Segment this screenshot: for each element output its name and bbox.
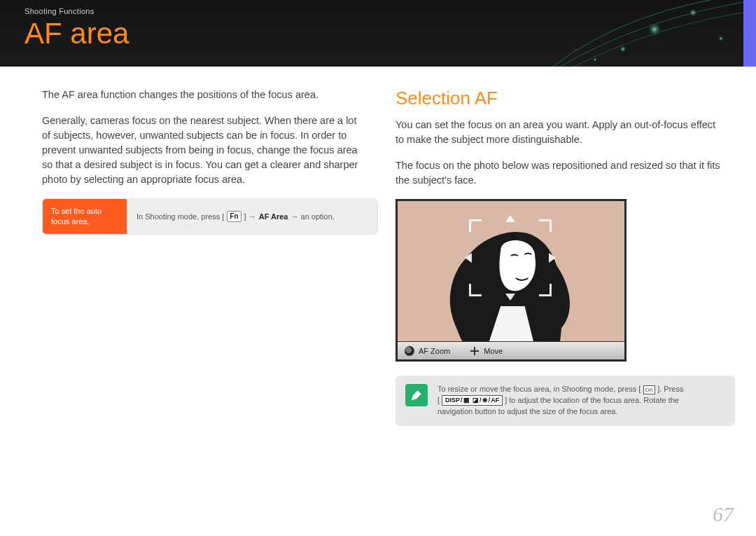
frame-corner-tl: [469, 219, 482, 232]
ev-icon: ◪: [472, 396, 479, 405]
af-focus-frame[interactable]: [469, 219, 552, 296]
section-title: Selection AF: [396, 88, 721, 109]
frame-corner-br: [539, 284, 552, 296]
preview-status-bar: AF Zoom Move: [398, 341, 624, 359]
instr-mid: ] →: [244, 212, 256, 221]
chapter-tab[interactable]: [743, 0, 756, 67]
af-label: AF: [491, 396, 499, 405]
arrow-up-icon: [505, 215, 515, 222]
arrow-left-icon: [465, 253, 472, 263]
svg-point-4: [593, 57, 597, 62]
af-zoom-label: AF Zoom: [419, 347, 450, 355]
camera-preview: AF Zoom Move: [396, 199, 626, 362]
dpad-icon: [470, 346, 479, 356]
move-label: Move: [484, 347, 503, 355]
note-l1-pre: To resize or move the focus area, in Sho…: [438, 385, 640, 393]
page-number: 67: [713, 502, 734, 526]
tip-text: To resize or move the focus area, in Sho…: [438, 384, 683, 418]
frame-corner-bl: [469, 284, 482, 296]
instr-pre: In Shooting mode, press [: [136, 212, 224, 221]
svg-point-2: [620, 46, 626, 53]
svg-point-3: [718, 36, 724, 41]
intro-paragraph-2: Generally, cameras focus on the nearest …: [42, 114, 368, 187]
fn-key: Fn: [227, 211, 241, 222]
ok-button-icon: OK: [643, 385, 656, 394]
move-indicator: Move: [470, 346, 503, 356]
content-columns: The AF area function changes the positio…: [0, 67, 756, 426]
dial-icon: [405, 346, 414, 356]
tip-box: To resize or move the focus area, in Sho…: [396, 376, 735, 426]
macro-icon: ❀: [482, 396, 488, 405]
disp-label: DISP: [445, 396, 460, 405]
arrow-right-icon: [549, 253, 556, 263]
instruction-body: In Shooting mode, press [ Fn ] → AF Area…: [127, 199, 377, 234]
intro-paragraph-1: The AF area function changes the positio…: [42, 88, 368, 102]
frame-corner-tr: [539, 219, 552, 232]
note-l3: navigation button to adjust the size of …: [438, 406, 683, 418]
af-zoom-indicator: AF Zoom: [405, 346, 450, 356]
page-header: Shooting Functions AF area: [0, 0, 756, 67]
disp-buttons-badge: DISP / ▦ ◪ / ❀ / AF: [442, 395, 503, 406]
preview-image: [398, 201, 624, 341]
arrow-down-icon: [505, 294, 515, 301]
instr-post: → an option.: [290, 212, 334, 221]
pen-icon: [405, 384, 428, 406]
note-l1-post: ]. Press: [657, 385, 683, 393]
note-l2-tail: to adjust the location of the focus area…: [509, 395, 679, 406]
svg-point-1: [689, 8, 697, 17]
svg-point-0: [648, 22, 662, 36]
instr-bold: AF Area: [259, 212, 288, 221]
instruction-label: To set the auto focus area,: [43, 199, 127, 234]
right-p2: The focus on the photo below was reposit…: [396, 158, 721, 188]
right-p1: You can set the focus on an area you wan…: [396, 118, 721, 147]
left-column: The AF area function changes the positio…: [42, 88, 368, 426]
manual-page: Shooting Functions AF area: [0, 0, 756, 536]
grid-icon: ▦: [463, 396, 470, 405]
right-column: Selection AF You can set the focus on an…: [396, 88, 721, 426]
instruction-box: To set the auto focus area, In Shooting …: [42, 198, 378, 235]
header-decoration: [546, 0, 756, 67]
